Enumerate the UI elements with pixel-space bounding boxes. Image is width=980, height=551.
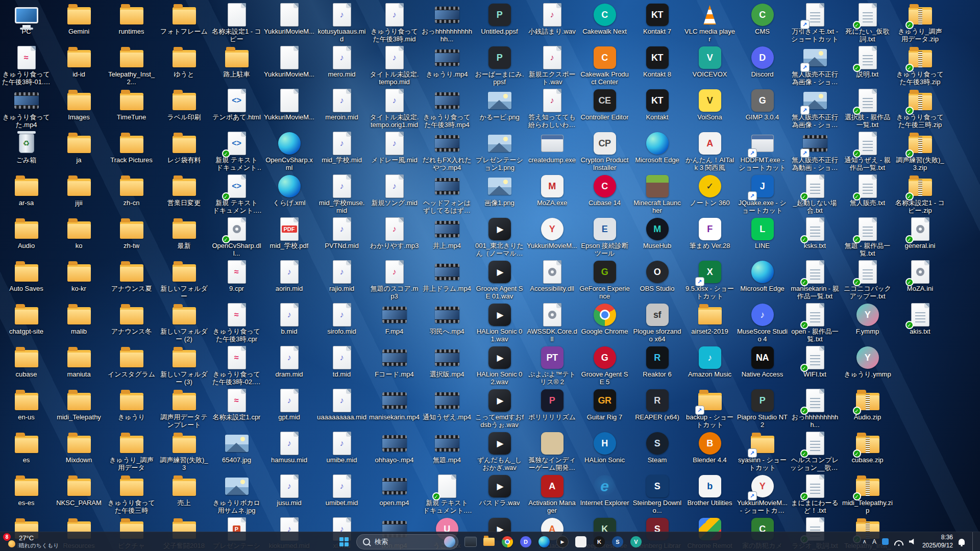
desktop-icon[interactable]: NANative Access xyxy=(736,344,789,387)
desktop-icon[interactable]: ≈きゅうり食ってた午後3時-02.cpr xyxy=(210,344,263,387)
desktop-icon[interactable]: ✓説明.txt xyxy=(841,44,894,87)
desktop-icon[interactable]: ✓_起動しない場合.txt xyxy=(789,172,841,215)
desktop-icon[interactable]: ✓きゅうり食ってた午後三時.zip xyxy=(894,87,946,130)
desktop-icon[interactable]: midi_Telepathy xyxy=(53,387,105,430)
desktop-icon[interactable]: アナウンス夏 xyxy=(105,258,158,301)
desktop-icon[interactable]: ↗syasinn - ショートカット xyxy=(736,430,789,472)
desktop-icon[interactable]: YukkuriMovieM... xyxy=(263,87,315,130)
desktop-icon[interactable]: ♪タイトル未設定.tempo.orig1.mid xyxy=(368,87,421,130)
desktop-icon[interactable]: ✓無題 - 親作品一覧.txt xyxy=(841,215,894,258)
desktop-icon[interactable]: ♪PVTNd.mid xyxy=(315,215,368,258)
tray-overflow-chevron-icon[interactable]: ∧ xyxy=(863,538,867,545)
desktop-icon[interactable]: 新しいフォルダー xyxy=(158,258,210,301)
desktop-icon[interactable]: 孤独なインディーゲーム開発者の一生... xyxy=(526,430,578,472)
notifications-bell-icon[interactable] xyxy=(959,539,965,545)
desktop-icon[interactable]: ✓ノートン 360 xyxy=(683,172,736,215)
desktop-icon[interactable]: ✓無人販売.txt xyxy=(841,172,894,215)
desktop-icon[interactable]: ✓cubase.zip xyxy=(841,430,894,472)
desktop-icon[interactable]: EEpson 接続診断ツール xyxy=(578,215,631,258)
desktop-icon[interactable]: ♪umibet.mid xyxy=(315,472,368,515)
desktop-icon[interactable]: ゆうと xyxy=(158,44,210,87)
desktop-icon[interactable]: ♪mero.mid xyxy=(315,44,368,87)
desktop-icon[interactable]: ♪タイトル未設定.tempo.mid xyxy=(368,44,421,87)
desktop-icon[interactable]: ♪sirofo.mid xyxy=(315,301,368,344)
ime-indicator[interactable]: A xyxy=(872,538,876,545)
desktop-icon[interactable]: Google Chrome xyxy=(578,301,631,344)
desktop-icon[interactable]: きゅうり.mp4 xyxy=(421,44,473,87)
wifi-icon[interactable] xyxy=(894,540,903,545)
taskbar-app-window[interactable] xyxy=(463,535,478,549)
desktop-icon[interactable]: en-us xyxy=(0,387,53,430)
desktop-icon[interactable]: SSteam xyxy=(631,430,683,472)
desktop-icon[interactable]: PPiapro Studio NT2 xyxy=(736,387,789,430)
desktop-icon[interactable]: ✓general.ini xyxy=(894,215,946,258)
desktop-icon[interactable]: PUntitled.ppsf xyxy=(473,1,526,44)
desktop-icon[interactable]: ♪gpt.mid xyxy=(263,387,315,430)
desktop-icon[interactable]: ♪新規ソング.mid xyxy=(368,172,421,215)
desktop-icon[interactable]: ♪hamusu.mid xyxy=(263,430,315,472)
desktop-icon[interactable]: HALion Sonic 01.wav xyxy=(473,301,526,344)
desktop-icon[interactable]: J↗JQuake.exe - ショートカット xyxy=(736,172,789,215)
desktop-icon[interactable]: cubase xyxy=(0,344,53,387)
desktop-icon[interactable]: だれもFX入れたやつ.mp4 xyxy=(421,130,473,172)
desktop-icon[interactable]: 売上 xyxy=(158,472,210,515)
desktop-icon[interactable]: 新しいフォルダー (2) xyxy=(158,301,210,344)
desktop-icon[interactable]: おっhhhhhhhhhhhh... xyxy=(421,1,473,44)
desktop-surface[interactable]: PC≈きゅうり食ってた午後3時-01.cprきゅうり食ってた.mp4♻ごみ箱ar… xyxy=(0,1,946,551)
weather-widget[interactable]: 8 27°C 晴れのちくもり xyxy=(1,532,63,551)
desktop-icon[interactable]: LLINE xyxy=(736,215,789,258)
desktop-icon[interactable]: Pおーばーまにみ.ppsf xyxy=(473,44,526,87)
taskbar-file-explorer[interactable] xyxy=(482,535,496,549)
desktop-icon[interactable]: ko xyxy=(53,215,105,258)
desktop-icon[interactable]: レジ袋有料 xyxy=(158,130,210,172)
desktop-icon[interactable]: CCakewalk Product Center xyxy=(578,44,631,87)
desktop-icon[interactable]: HALion Sonic 02.wav xyxy=(473,344,526,387)
desktop-icon[interactable]: TimeTune xyxy=(105,87,158,130)
desktop-icon[interactable]: ≈9.cpr xyxy=(210,258,263,301)
desktop-icon[interactable]: ♪新規エクスポート.wav xyxy=(526,44,578,87)
desktop-icon[interactable]: ↗無人販売不正行為動画 - ショートカット xyxy=(789,130,841,172)
desktop-icon[interactable]: HHALion Sonic xyxy=(578,430,631,472)
desktop-icon[interactable]: ≈きゅうり食ってた午後3時.cpr xyxy=(210,301,263,344)
taskbar-notepad[interactable] xyxy=(574,535,588,549)
desktop-icon[interactable]: ✓死にたい_仮歌詞.txt xyxy=(841,1,894,44)
desktop-icon[interactable]: こってemdすおfdsbうぉ.wav xyxy=(473,387,526,430)
desktop-icon[interactable]: KTKontakt xyxy=(631,87,683,130)
desktop-icon[interactable]: 調声用データテンプレート xyxy=(158,387,210,430)
desktop-icon[interactable]: SSteinberg Downlo... xyxy=(631,472,683,515)
desktop-icon[interactable]: 無題.mp4 xyxy=(421,430,473,472)
desktop-icon[interactable]: DDiscord xyxy=(736,44,789,87)
desktop-icon[interactable]: ≈名称未設定1.cpr xyxy=(210,387,263,430)
desktop-icon[interactable]: YYukkuriMovieM... xyxy=(526,215,578,258)
desktop-icon[interactable]: id-id xyxy=(53,44,105,87)
desktop-icon[interactable]: ♪無題のスコア.mp3 xyxy=(368,258,421,301)
desktop-icon[interactable]: ♪dram.mid xyxy=(263,344,315,387)
desktop-icon[interactable]: createdump.exe xyxy=(526,130,578,172)
desktop-icon[interactable]: 最新 xyxy=(158,215,210,258)
desktop-icon[interactable]: CPCrypton Product Installer xyxy=(578,130,631,172)
desktop-icon[interactable]: Groove Agent SE 01.wav xyxy=(473,258,526,301)
desktop-icon[interactable]: 羽民へ.mp4 xyxy=(421,301,473,344)
desktop-icon[interactable]: PTぷよぷよ™テトリス® 2 xyxy=(526,344,578,387)
desktop-icon[interactable]: OpenCvSharp.xml xyxy=(263,130,315,172)
desktop-icon[interactable]: ♪きゅうり食ってた午後3時.mid xyxy=(368,1,421,44)
desktop-icon[interactable]: ✓ヘルスコンプレッション__歌詞.txt xyxy=(789,430,841,472)
desktop-icon[interactable]: ♪umibe.mid xyxy=(315,430,368,472)
taskbar-media-player[interactable]: ▶ xyxy=(555,535,570,549)
desktop-icon[interactable]: インスタグラム xyxy=(105,344,158,387)
desktop-icon[interactable]: CEController Editor xyxy=(578,87,631,130)
desktop-icon[interactable]: 路上駐車 xyxy=(210,44,263,87)
desktop-icon[interactable]: VLC media player xyxy=(683,1,736,44)
desktop-icon[interactable]: X↗9.5.xlsx - ショートカット xyxy=(683,258,736,301)
desktop-icon[interactable]: ♪jusu.mid xyxy=(263,472,315,515)
desktop-icon[interactable]: ♪MuseScore Studio 4 xyxy=(736,301,789,344)
desktop-icon[interactable]: <>✓新規 テキスト ドキュメント (2).html xyxy=(210,130,263,172)
desktop-icon[interactable]: 井上ドラム.mp4 xyxy=(421,258,473,301)
desktop-icon[interactable]: ♪小銭詰まり.wav xyxy=(526,1,578,44)
desktop-icon[interactable]: CCakewalk Next xyxy=(578,1,631,44)
desktop-icon[interactable]: YukkuriMovieM... xyxy=(263,1,315,44)
desktop-icon[interactable]: ♪meroin.mid xyxy=(315,87,368,130)
desktop-icon[interactable]: open.mp4 xyxy=(368,472,421,515)
desktop-icon[interactable]: ♪わかりやす.mp3 xyxy=(368,215,421,258)
desktop-icon[interactable]: ラベル印刷 xyxy=(158,87,210,130)
